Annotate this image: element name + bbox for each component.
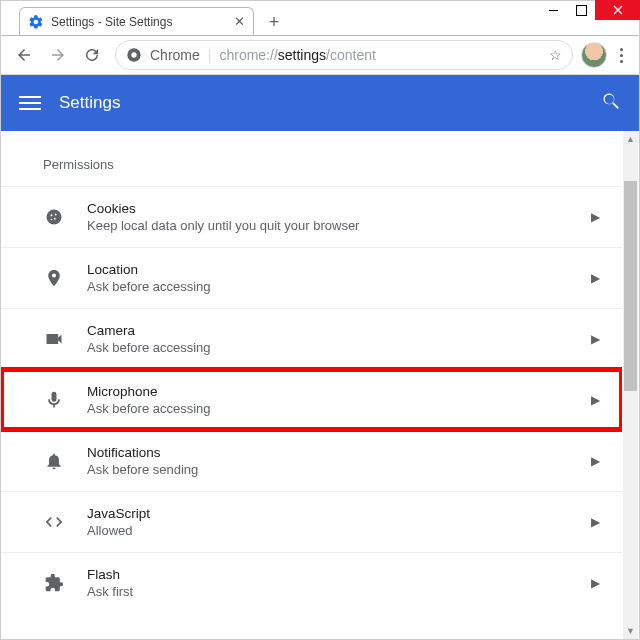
omnibox-scheme-label: Chrome xyxy=(150,47,200,63)
chevron-right-icon: ▶ xyxy=(591,393,600,407)
settings-content: Permissions Cookies Keep local data only… xyxy=(1,131,622,639)
tab-close-icon[interactable]: ✕ xyxy=(234,14,245,29)
menu-icon[interactable] xyxy=(19,96,41,110)
vertical-scrollbar[interactable]: ▲ ▼ xyxy=(623,131,638,639)
row-title: Microphone xyxy=(87,384,211,399)
row-subtitle: Allowed xyxy=(87,523,150,538)
omnibox-separator: | xyxy=(208,47,212,63)
svg-point-2 xyxy=(47,210,62,225)
row-subtitle: Ask before sending xyxy=(87,462,198,477)
chevron-right-icon: ▶ xyxy=(591,454,600,468)
window-minimize-button[interactable] xyxy=(539,0,567,20)
svg-point-5 xyxy=(54,218,56,220)
omnibox-url-suffix: /content xyxy=(326,47,376,63)
forward-button[interactable] xyxy=(43,40,73,70)
content-viewport: Permissions Cookies Keep local data only… xyxy=(1,131,639,639)
chevron-right-icon: ▶ xyxy=(591,210,600,224)
permission-row-camera[interactable]: Camera Ask before accessing ▶ xyxy=(1,308,622,369)
bookmark-star-icon[interactable]: ☆ xyxy=(549,47,562,63)
svg-point-3 xyxy=(50,214,52,216)
window-close-button[interactable] xyxy=(595,0,640,20)
chevron-right-icon: ▶ xyxy=(591,332,600,346)
code-icon xyxy=(43,511,65,533)
svg-point-4 xyxy=(55,214,57,216)
browser-toolbar: Chrome | chrome://settings/content ☆ xyxy=(1,35,639,75)
microphone-icon xyxy=(43,389,65,411)
row-title: Location xyxy=(87,262,211,277)
row-title: Flash xyxy=(87,567,133,582)
back-button[interactable] xyxy=(9,40,39,70)
row-title: JavaScript xyxy=(87,506,150,521)
scrollbar-thumb[interactable] xyxy=(624,181,637,391)
search-icon[interactable] xyxy=(601,91,621,115)
permission-row-notifications[interactable]: Notifications Ask before sending ▶ xyxy=(1,430,622,491)
permission-row-microphone[interactable]: Microphone Ask before accessing ▶ xyxy=(1,369,622,430)
profile-avatar[interactable] xyxy=(581,42,607,68)
row-title: Notifications xyxy=(87,445,198,460)
settings-header: Settings xyxy=(1,75,639,131)
chevron-right-icon: ▶ xyxy=(591,576,600,590)
camera-icon xyxy=(43,328,65,350)
window-controls xyxy=(539,0,640,20)
svg-point-6 xyxy=(51,219,53,221)
scrollbar-up-arrow-icon[interactable]: ▲ xyxy=(623,131,638,147)
row-subtitle: Ask first xyxy=(87,584,133,599)
cookie-icon xyxy=(43,206,65,228)
location-icon xyxy=(43,267,65,289)
extension-icon xyxy=(43,572,65,594)
row-title: Camera xyxy=(87,323,211,338)
new-tab-button[interactable]: + xyxy=(260,9,288,35)
chevron-right-icon: ▶ xyxy=(591,515,600,529)
browser-tab[interactable]: Settings - Site Settings ✕ xyxy=(19,7,254,35)
scrollbar-down-arrow-icon[interactable]: ▼ xyxy=(623,623,638,639)
omnibox-url: chrome://settings/content xyxy=(219,47,375,63)
row-subtitle: Ask before accessing xyxy=(87,279,211,294)
bell-icon xyxy=(43,450,65,472)
permission-row-cookies[interactable]: Cookies Keep local data only until you q… xyxy=(1,186,622,247)
row-title: Cookies xyxy=(87,201,359,216)
tab-title: Settings - Site Settings xyxy=(51,15,172,29)
permission-row-javascript[interactable]: JavaScript Allowed ▶ xyxy=(1,491,622,552)
gear-icon xyxy=(28,14,44,30)
chevron-right-icon: ▶ xyxy=(591,271,600,285)
browser-menu-button[interactable] xyxy=(611,48,631,63)
row-subtitle: Ask before accessing xyxy=(87,401,211,416)
row-subtitle: Ask before accessing xyxy=(87,340,211,355)
page-title: Settings xyxy=(59,93,120,113)
permission-row-flash[interactable]: Flash Ask first ▶ xyxy=(1,552,622,613)
chrome-icon xyxy=(126,47,142,63)
address-bar[interactable]: Chrome | chrome://settings/content ☆ xyxy=(115,40,573,70)
omnibox-url-strong: settings xyxy=(278,47,326,63)
svg-point-1 xyxy=(131,52,136,57)
window-maximize-button[interactable] xyxy=(567,0,595,20)
row-subtitle: Keep local data only until you quit your… xyxy=(87,218,359,233)
section-label: Permissions xyxy=(1,131,622,186)
reload-button[interactable] xyxy=(77,40,107,70)
omnibox-url-prefix: chrome:// xyxy=(219,47,277,63)
permission-row-location[interactable]: Location Ask before accessing ▶ xyxy=(1,247,622,308)
